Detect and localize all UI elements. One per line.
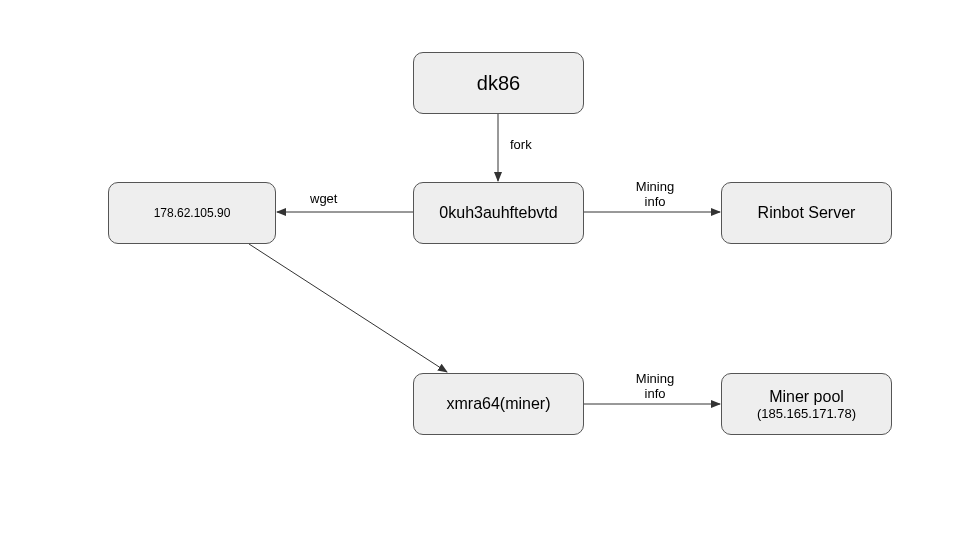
node-rinbot: Rinbot Server <box>721 182 892 244</box>
edge-label-mining-1-line1: Mining <box>636 179 674 194</box>
node-dk86: dk86 <box>413 52 584 114</box>
edge-label-mining-2: Mining info <box>625 372 685 402</box>
node-ip-server-label: 178.62.105.90 <box>154 206 231 220</box>
node-payload-label: 0kuh3auhftebvtd <box>439 204 557 222</box>
node-miner-label: xmra64(miner) <box>446 395 550 413</box>
node-pool: Miner pool (185.165.171.78) <box>721 373 892 435</box>
node-miner: xmra64(miner) <box>413 373 584 435</box>
edge-label-mining-2-line1: Mining <box>636 371 674 386</box>
node-ip-server: 178.62.105.90 <box>108 182 276 244</box>
edge-label-mining-1-line2: info <box>645 194 666 209</box>
edge-label-fork: fork <box>510 138 532 153</box>
node-dk86-label: dk86 <box>477 72 520 95</box>
node-rinbot-label: Rinbot Server <box>758 204 856 222</box>
node-pool-label-1: Miner pool <box>769 388 844 406</box>
edge-label-mining-1: Mining info <box>625 180 685 210</box>
edge-label-mining-2-line2: info <box>645 386 666 401</box>
svg-line-3 <box>249 244 447 372</box>
edge-label-wget: wget <box>310 192 337 207</box>
node-pool-label-2: (185.165.171.78) <box>757 406 856 421</box>
node-payload: 0kuh3auhftebvtd <box>413 182 584 244</box>
